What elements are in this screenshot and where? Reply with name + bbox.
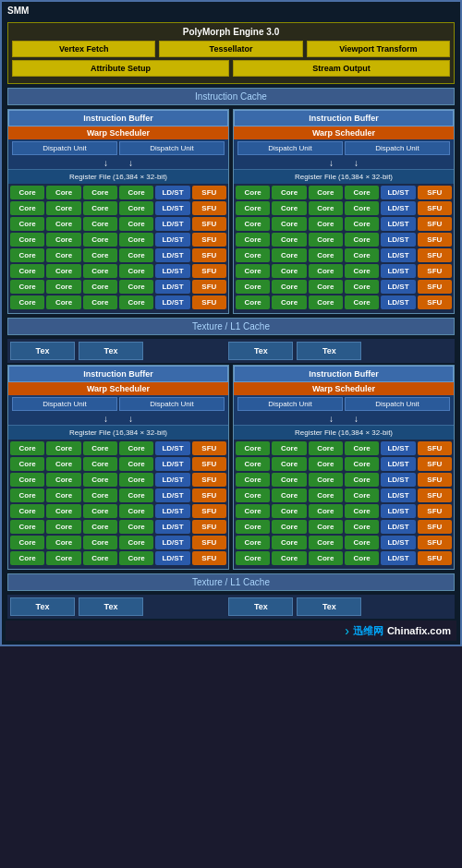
core-cell: Core bbox=[272, 457, 306, 471]
vertex-fetch: Vertex Fetch bbox=[12, 41, 155, 57]
sfu-cell: SFU bbox=[192, 520, 226, 534]
core-cell: Core bbox=[46, 488, 80, 502]
core-cell: Core bbox=[272, 536, 306, 549]
core-cell: Core bbox=[236, 186, 270, 199]
core-cell: Core bbox=[119, 280, 153, 294]
core-cell: Core bbox=[272, 488, 306, 502]
core-row: Core Core Core Core LD/ST SFU bbox=[10, 488, 226, 502]
du-top-left-1: Dispatch Unit bbox=[12, 141, 117, 155]
core-cell: Core bbox=[236, 441, 270, 455]
ldst-cell: LD/ST bbox=[381, 264, 415, 278]
core-cell: Core bbox=[46, 233, 80, 247]
dispatch-row-bottom-left: Dispatch Unit Dispatch Unit bbox=[8, 395, 228, 413]
sfu-cell: SFU bbox=[418, 280, 452, 294]
core-row: Core Core Core Core LD/ST SFU bbox=[236, 201, 452, 215]
core-cell: Core bbox=[272, 233, 306, 247]
core-row: Core Core Core Core LD/ST SFU bbox=[236, 520, 452, 534]
stream-output: Stream Output bbox=[233, 60, 450, 77]
core-row: Core Core Core Core LD/ST SFU bbox=[10, 520, 226, 534]
watermark: › 迅维网 Chinafix.com bbox=[345, 623, 451, 638]
core-row: Core Core Core Core LD/ST SFU bbox=[10, 248, 226, 262]
sfu-cell: SFU bbox=[418, 264, 452, 278]
core-cell: Core bbox=[345, 264, 379, 278]
core-cell: Core bbox=[83, 504, 117, 518]
sfu-cell: SFU bbox=[192, 217, 226, 231]
core-cell: Core bbox=[345, 217, 379, 231]
top-sm-pair: Instruction Buffer Warp Scheduler Dispat… bbox=[7, 109, 455, 314]
rf-top-left: Register File (16,384 × 32-bit) bbox=[8, 169, 228, 184]
core-row: Core Core Core Core LD/ST SFU bbox=[236, 457, 452, 471]
smm-container: SMM PolyMorph Engine 3.0 Vertex Fetch Te… bbox=[0, 0, 462, 646]
core-row: Core Core Core Core LD/ST SFU bbox=[236, 280, 452, 294]
ldst-cell: LD/ST bbox=[381, 201, 415, 215]
sfu-cell: SFU bbox=[418, 295, 452, 309]
core-cell: Core bbox=[119, 441, 153, 455]
core-row: Core Core Core Core LD/ST SFU bbox=[236, 504, 452, 518]
ldst-cell: LD/ST bbox=[381, 551, 415, 565]
du-bottom-right-1: Dispatch Unit bbox=[237, 397, 343, 411]
poly-row-1: Vertex Fetch Tessellator Viewport Transf… bbox=[12, 41, 450, 57]
core-cell: Core bbox=[309, 441, 343, 455]
sfu-cell: SFU bbox=[192, 248, 226, 262]
core-cell: Core bbox=[236, 280, 270, 294]
core-cell: Core bbox=[10, 248, 44, 262]
sfu-cell: SFU bbox=[192, 186, 226, 199]
core-cell: Core bbox=[309, 551, 343, 565]
core-cell: Core bbox=[309, 201, 343, 215]
ldst-cell: LD/ST bbox=[155, 488, 189, 502]
core-cell: Core bbox=[236, 201, 270, 215]
core-cell: Core bbox=[272, 473, 306, 487]
core-cell: Core bbox=[46, 504, 80, 518]
core-cell: Core bbox=[345, 280, 379, 294]
rf-top-right: Register File (16,384 × 32-bit) bbox=[234, 169, 454, 184]
du-bottom-left-1: Dispatch Unit bbox=[12, 397, 117, 411]
core-cell: Core bbox=[10, 201, 44, 215]
core-cell: Core bbox=[272, 217, 306, 231]
ldst-cell: LD/ST bbox=[155, 264, 189, 278]
core-row: Core Core Core Core LD/ST SFU bbox=[10, 441, 226, 455]
core-cell: Core bbox=[10, 280, 44, 294]
core-cell: Core bbox=[46, 441, 80, 455]
core-cell: Core bbox=[345, 295, 379, 309]
ldst-cell: LD/ST bbox=[381, 473, 415, 487]
core-row: Core Core Core Core LD/ST SFU bbox=[10, 457, 226, 471]
core-cell: Core bbox=[119, 536, 153, 549]
ldst-cell: LD/ST bbox=[381, 441, 415, 455]
core-cell: Core bbox=[10, 217, 44, 231]
tessellator: Tessellator bbox=[159, 41, 302, 57]
ldst-cell: LD/ST bbox=[381, 504, 415, 518]
ldst-cell: LD/ST bbox=[155, 186, 189, 199]
arrow-bottom-left: ↓ ↓ bbox=[8, 413, 228, 425]
core-cell: Core bbox=[10, 233, 44, 247]
ib-bottom-right: Instruction Buffer bbox=[234, 366, 454, 382]
core-cell: Core bbox=[119, 520, 153, 534]
core-cell: Core bbox=[119, 551, 153, 565]
core-cell: Core bbox=[46, 473, 80, 487]
core-cell: Core bbox=[309, 536, 343, 549]
core-cell: Core bbox=[236, 488, 270, 502]
core-cell: Core bbox=[309, 504, 343, 518]
ldst-cell: LD/ST bbox=[155, 473, 189, 487]
core-cell: Core bbox=[119, 473, 153, 487]
ws-bottom-left: Warp Scheduler bbox=[8, 382, 228, 395]
core-row: Core Core Core Core LD/ST SFU bbox=[10, 295, 226, 309]
core-row: Core Core Core Core LD/ST SFU bbox=[236, 488, 452, 502]
core-cell: Core bbox=[119, 504, 153, 518]
ws-bottom-right: Warp Scheduler bbox=[234, 382, 454, 395]
core-row: Core Core Core Core LD/ST SFU bbox=[10, 217, 226, 231]
core-cell: Core bbox=[272, 504, 306, 518]
watermark-text: Chinafix.com bbox=[387, 625, 451, 636]
core-cell: Core bbox=[119, 295, 153, 309]
core-cell: Core bbox=[345, 536, 379, 549]
core-row: Core Core Core Core LD/ST SFU bbox=[236, 233, 452, 247]
core-cell: Core bbox=[83, 488, 117, 502]
core-cell: Core bbox=[272, 186, 306, 199]
bottom-bar: › 迅维网 Chinafix.com bbox=[6, 621, 456, 641]
core-cell: Core bbox=[10, 473, 44, 487]
dispatch-row-bottom-right: Dispatch Unit Dispatch Unit bbox=[234, 395, 454, 413]
ldst-cell: LD/ST bbox=[381, 488, 415, 502]
core-cell: Core bbox=[83, 473, 117, 487]
sfu-cell: SFU bbox=[192, 551, 226, 565]
core-cell: Core bbox=[46, 217, 80, 231]
core-cell: Core bbox=[236, 248, 270, 262]
